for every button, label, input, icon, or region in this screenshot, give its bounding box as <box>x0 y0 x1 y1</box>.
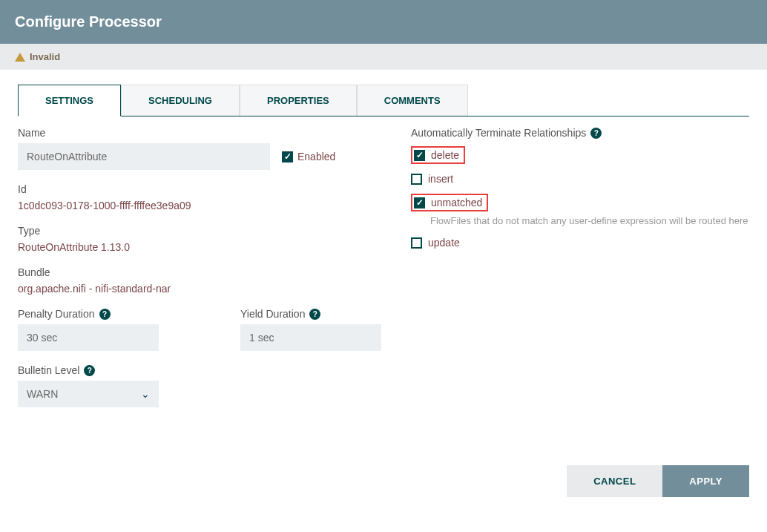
bulletin-field: Bulletin Level ? WARN ⌄ <box>18 364 381 407</box>
relationship-checkbox[interactable] <box>414 197 425 208</box>
type-value: RouteOnAttribute 1.13.0 <box>18 241 381 253</box>
relationship-item: update <box>411 237 749 249</box>
yield-field: Yield Duration ? <box>240 308 381 351</box>
tab-comments[interactable]: COMMENTS <box>357 85 468 116</box>
cancel-button[interactable]: CANCEL <box>567 465 662 497</box>
duration-row: Penalty Duration ? Yield Duration ? <box>18 308 381 364</box>
relationship-item: insert <box>411 173 749 185</box>
status-text: Invalid <box>30 51 60 62</box>
bundle-field: Bundle org.apache.nifi - nifi-standard-n… <box>18 266 381 295</box>
warning-icon <box>15 53 25 62</box>
enabled-label: Enabled <box>297 151 335 162</box>
relationship-description: FlowFiles that do not match any user-def… <box>430 214 749 228</box>
bulletin-value: WARN <box>27 388 58 400</box>
name-label: Name <box>18 127 381 139</box>
yield-label: Yield Duration ? <box>240 308 381 320</box>
dialog-title: Configure Processor <box>15 13 752 30</box>
help-icon[interactable]: ? <box>84 365 95 376</box>
configure-processor-dialog: Configure Processor Invalid SETTINGS SCH… <box>0 0 767 497</box>
chevron-down-icon: ⌄ <box>141 388 150 400</box>
relationship-checkbox[interactable] <box>411 237 422 249</box>
highlight-box: delete <box>411 146 465 164</box>
help-icon[interactable]: ? <box>590 128 602 139</box>
name-row: Enabled <box>18 143 381 170</box>
relationships-title: Automatically Terminate Relationships ? <box>411 127 749 139</box>
settings-panel: Name Enabled Id 1c0dc093-0178-1000-ffff-… <box>18 116 749 421</box>
dialog-footer: CANCEL APPLY <box>18 465 749 497</box>
penalty-field: Penalty Duration ? <box>18 308 159 351</box>
relationships-list: delete insert unmatched <box>411 146 749 249</box>
right-column: Automatically Terminate Relationships ? … <box>411 127 749 421</box>
name-input[interactable] <box>18 143 270 170</box>
tab-properties[interactable]: PROPERTIES <box>240 85 357 116</box>
tab-settings[interactable]: SETTINGS <box>18 85 121 116</box>
penalty-label: Penalty Duration ? <box>18 308 159 320</box>
bulletin-label: Bulletin Level ? <box>18 364 381 376</box>
bulletin-select[interactable]: WARN ⌄ <box>18 381 159 407</box>
type-label: Type <box>18 225 381 237</box>
id-label: Id <box>18 183 381 195</box>
yield-input[interactable] <box>240 324 381 351</box>
left-column: Name Enabled Id 1c0dc093-0178-1000-ffff-… <box>18 127 381 421</box>
id-field: Id 1c0dc093-0178-1000-ffff-ffffee3e9a09 <box>18 183 381 211</box>
name-field: Name Enabled <box>18 127 381 170</box>
relationship-checkbox[interactable] <box>411 174 422 185</box>
bundle-label: Bundle <box>18 266 381 278</box>
highlight-box: unmatched <box>411 194 488 211</box>
apply-button[interactable]: APPLY <box>662 465 749 497</box>
relationship-label: update <box>428 237 460 249</box>
relationship-item: unmatched FlowFiles that do not match an… <box>411 194 749 228</box>
id-value: 1c0dc093-0178-1000-ffff-ffffee3e9a09 <box>18 200 381 211</box>
tab-bar: SETTINGS SCHEDULING PROPERTIES COMMENTS <box>18 85 749 116</box>
dialog-content: SETTINGS SCHEDULING PROPERTIES COMMENTS … <box>0 70 767 497</box>
help-icon[interactable]: ? <box>99 309 111 320</box>
help-icon[interactable]: ? <box>309 309 320 320</box>
bundle-value: org.apache.nifi - nifi-standard-nar <box>18 283 381 295</box>
enabled-checkbox-group: Enabled <box>282 151 335 162</box>
relationship-label: unmatched <box>431 197 482 208</box>
enabled-checkbox[interactable] <box>282 151 293 162</box>
relationship-checkbox[interactable] <box>414 150 425 161</box>
relationship-label: delete <box>431 149 459 161</box>
dialog-header: Configure Processor <box>0 0 767 44</box>
relationship-label: insert <box>428 173 453 185</box>
relationship-item: delete <box>411 146 749 164</box>
tab-scheduling[interactable]: SCHEDULING <box>121 85 240 116</box>
type-field: Type RouteOnAttribute 1.13.0 <box>18 225 381 253</box>
penalty-input[interactable] <box>18 324 159 351</box>
status-bar: Invalid <box>0 44 767 70</box>
